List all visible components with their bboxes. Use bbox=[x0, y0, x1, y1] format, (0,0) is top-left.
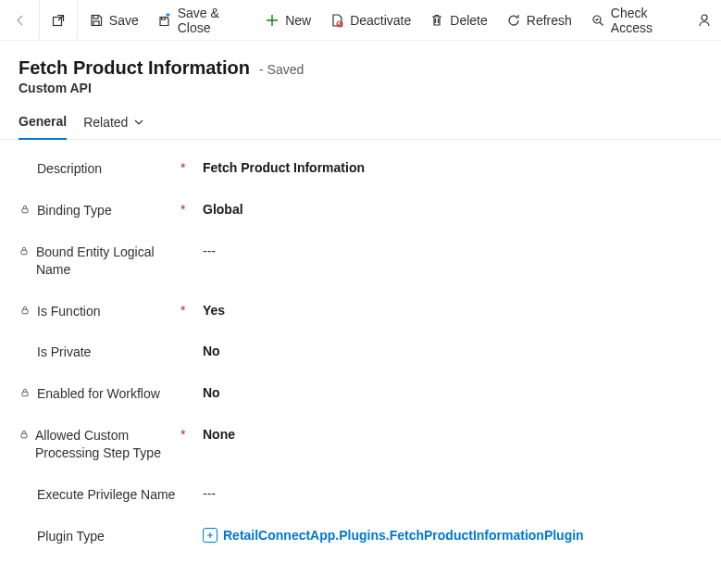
back-icon bbox=[13, 13, 28, 28]
field-label: Execute Privilege Name bbox=[37, 486, 175, 504]
required-indicator: * bbox=[180, 427, 203, 442]
lock-icon bbox=[19, 244, 31, 256]
field-is-function[interactable]: Is Function * Yes bbox=[19, 303, 702, 320]
svg-rect-9 bbox=[22, 309, 28, 314]
back-button[interactable] bbox=[4, 0, 37, 41]
svg-rect-11 bbox=[21, 433, 27, 438]
required-indicator: * bbox=[180, 160, 203, 175]
plus-icon bbox=[265, 13, 280, 28]
tabs: General Related bbox=[0, 101, 721, 140]
command-bar: Save Save & Close New Deactivate Delete … bbox=[0, 0, 721, 41]
check-access-button[interactable]: Check Access bbox=[581, 0, 691, 41]
check-access-label: Check Access bbox=[611, 6, 682, 35]
svg-rect-1 bbox=[93, 15, 98, 19]
lock-slot bbox=[19, 528, 31, 530]
field-label: Is Private bbox=[37, 344, 91, 361]
field-value: No bbox=[203, 344, 220, 358]
lock-slot bbox=[19, 486, 31, 488]
chevron-down-icon bbox=[131, 115, 146, 130]
page-title: Fetch Product Information bbox=[19, 57, 250, 79]
tab-related[interactable]: Related bbox=[83, 114, 146, 139]
save-close-label: Save & Close bbox=[178, 6, 246, 35]
field-label: Description bbox=[37, 160, 102, 178]
field-label: Binding Type bbox=[37, 202, 112, 219]
separator bbox=[77, 0, 78, 41]
svg-rect-7 bbox=[22, 208, 28, 213]
assign-button[interactable] bbox=[691, 0, 717, 41]
plugin-type-lookup[interactable]: RetailConnectApp.Plugins.FetchProductInf… bbox=[203, 528, 584, 543]
person-icon bbox=[697, 13, 712, 28]
open-new-window-button[interactable] bbox=[42, 0, 75, 41]
save-close-button[interactable]: Save & Close bbox=[148, 0, 255, 41]
tab-general-label: General bbox=[19, 114, 67, 129]
check-access-icon bbox=[590, 13, 605, 28]
field-enabled-workflow[interactable]: Enabled for Workflow No bbox=[19, 385, 702, 403]
entity-type: Custom API bbox=[19, 81, 702, 95]
lock-icon bbox=[19, 427, 30, 440]
svg-rect-8 bbox=[21, 250, 27, 255]
save-label: Save bbox=[109, 13, 139, 28]
required-indicator: * bbox=[180, 303, 203, 318]
new-label: New bbox=[285, 13, 311, 28]
lock-icon bbox=[19, 202, 31, 215]
field-binding-type[interactable]: Binding Type * Global bbox=[19, 202, 702, 219]
refresh-button[interactable]: Refresh bbox=[497, 0, 581, 41]
field-plugin-type[interactable]: Plugin Type RetailConnectApp.Plugins.Fet… bbox=[19, 528, 702, 545]
field-bound-entity[interactable]: Bound Entity Logical Name --- bbox=[19, 244, 702, 279]
deactivate-icon bbox=[329, 13, 344, 28]
form-body: Description * Fetch Product Information … bbox=[0, 140, 721, 564]
page-header: Fetch Product Information - Saved Custom… bbox=[0, 41, 721, 101]
svg-point-6 bbox=[702, 15, 707, 20]
plugin-type-value: RetailConnectApp.Plugins.FetchProductInf… bbox=[223, 528, 584, 543]
delete-label: Delete bbox=[450, 13, 487, 28]
svg-rect-3 bbox=[161, 17, 165, 19]
tab-related-label: Related bbox=[83, 115, 128, 130]
field-description[interactable]: Description * Fetch Product Information bbox=[19, 160, 702, 178]
entity-badge-icon bbox=[203, 528, 218, 543]
field-label: Bound Entity Logical Name bbox=[36, 244, 180, 279]
field-label: Allowed Custom Processing Step Type bbox=[35, 427, 180, 462]
field-value: No bbox=[203, 385, 220, 400]
field-allowed-step-type[interactable]: Allowed Custom Processing Step Type * No… bbox=[19, 427, 702, 462]
save-status: - Saved bbox=[259, 62, 304, 77]
field-value: None bbox=[203, 427, 235, 442]
field-execute-privilege[interactable]: Execute Privilege Name --- bbox=[19, 486, 702, 504]
field-value: Yes bbox=[203, 303, 225, 318]
save-close-icon bbox=[157, 13, 172, 28]
field-label: Enabled for Workflow bbox=[37, 385, 160, 403]
field-value: --- bbox=[203, 486, 216, 501]
tab-general[interactable]: General bbox=[19, 114, 67, 140]
delete-button[interactable]: Delete bbox=[420, 0, 496, 41]
refresh-icon bbox=[506, 13, 521, 28]
required-indicator: * bbox=[180, 202, 203, 217]
field-is-private[interactable]: Is Private No bbox=[19, 344, 702, 361]
field-value: --- bbox=[203, 244, 216, 258]
field-value: Global bbox=[203, 202, 243, 217]
field-label: Is Function bbox=[37, 303, 100, 320]
refresh-label: Refresh bbox=[527, 13, 572, 28]
field-label: Plugin Type bbox=[37, 528, 105, 545]
svg-rect-2 bbox=[93, 21, 99, 26]
deactivate-label: Deactivate bbox=[350, 13, 411, 28]
new-button[interactable]: New bbox=[255, 0, 320, 41]
lock-icon bbox=[19, 385, 31, 398]
save-icon bbox=[89, 13, 104, 28]
field-value: Fetch Product Information bbox=[203, 160, 365, 175]
separator bbox=[39, 0, 40, 41]
lock-icon bbox=[19, 303, 31, 316]
lock-slot bbox=[19, 160, 31, 162]
popout-icon bbox=[51, 13, 66, 28]
trash-icon bbox=[429, 13, 444, 28]
save-button[interactable]: Save bbox=[80, 0, 148, 41]
svg-rect-10 bbox=[22, 393, 28, 397]
lock-slot bbox=[19, 344, 31, 345]
deactivate-button[interactable]: Deactivate bbox=[320, 0, 420, 41]
